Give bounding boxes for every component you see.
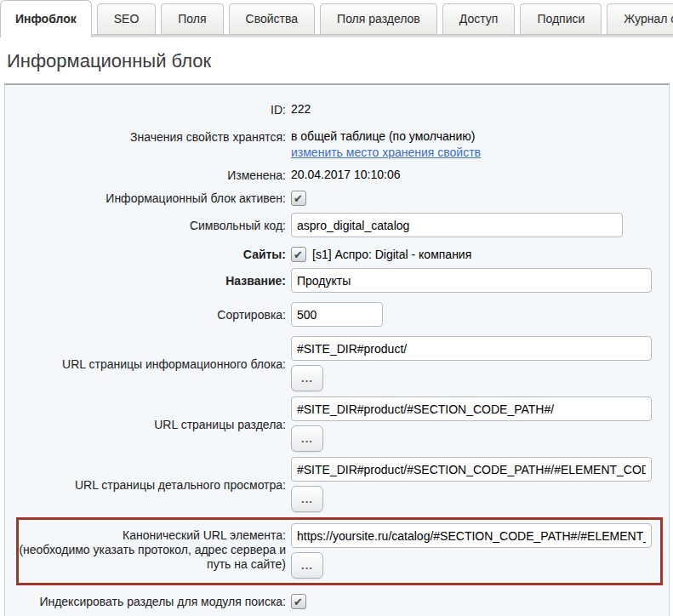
id-label: ID: bbox=[6, 102, 286, 117]
row-section-url: URL страницы раздела: ... bbox=[6, 396, 669, 452]
tab-seo[interactable]: SEO bbox=[97, 3, 157, 35]
infoblock-form-panel: ID: 222 Значения свойств хранятся: в общ… bbox=[4, 83, 670, 616]
canonical-url-highlight-box: Канонический URL элемента: (необходимо у… bbox=[16, 517, 663, 585]
property-storage-label: Значения свойств хранятся: bbox=[6, 129, 286, 160]
row-code: Символьный код: bbox=[6, 213, 669, 237]
sort-input[interactable] bbox=[291, 302, 383, 327]
row-modified: Изменена: 20.04.2017 10:10:06 bbox=[6, 168, 669, 183]
active-checkbox[interactable] bbox=[291, 191, 306, 206]
site-s1-label: [s1] Аспро: Digital - компания bbox=[312, 248, 471, 262]
row-detail-url: URL страницы детального просмотра: ... bbox=[6, 457, 669, 512]
site-s1-checkbox[interactable] bbox=[291, 247, 306, 262]
detail-url-input[interactable] bbox=[291, 457, 652, 482]
name-label: Название: bbox=[6, 268, 286, 293]
property-storage-value: в общей таблице (по умолчанию) bbox=[291, 129, 481, 144]
section-url-label: URL страницы раздела: bbox=[6, 417, 286, 432]
section-url-browse-button[interactable]: ... bbox=[291, 425, 323, 452]
tab-properties[interactable]: Свойства bbox=[229, 3, 315, 35]
tab-captions[interactable]: Подписи bbox=[520, 3, 602, 35]
section-url-input[interactable] bbox=[291, 396, 652, 421]
sites-label: Сайты: bbox=[6, 248, 286, 262]
code-label: Символьный код: bbox=[6, 213, 286, 237]
row-list-url: URL страницы информационного блока: ... bbox=[6, 336, 669, 391]
modified-value: 20.04.2017 10:10:06 bbox=[291, 168, 400, 183]
modified-label: Изменена: bbox=[6, 168, 286, 183]
change-storage-link[interactable]: изменить место хранения свойств bbox=[291, 145, 481, 159]
row-property-storage: Значения свойств хранятся: в общей табли… bbox=[6, 129, 669, 160]
canonical-url-note: (необходимо указать протокол, адрес серв… bbox=[19, 543, 286, 572]
row-index-sections: Индексировать разделы для модуля поиска: bbox=[6, 594, 669, 609]
detail-url-browse-button[interactable]: ... bbox=[291, 486, 323, 512]
row-id: ID: 222 bbox=[6, 102, 669, 117]
page-title: Информационный блок bbox=[7, 50, 673, 72]
row-canonical-url: Канонический URL элемента: (необходимо у… bbox=[19, 523, 660, 579]
tab-section-fields[interactable]: Поля разделов bbox=[320, 3, 437, 35]
canonical-url-browse-button[interactable]: ... bbox=[291, 552, 323, 579]
tab-infoblock[interactable]: Инфоблок bbox=[0, 0, 92, 37]
tab-access[interactable]: Доступ bbox=[442, 3, 516, 35]
tab-fields[interactable]: Поля bbox=[161, 3, 223, 35]
index-sections-checkbox[interactable] bbox=[291, 594, 306, 609]
row-sites: Сайты: [s1] Аспро: Digital - компания bbox=[6, 247, 669, 262]
canonical-url-label: Канонический URL элемента: bbox=[19, 528, 286, 543]
index-sections-label: Индексировать разделы для модуля поиска: bbox=[6, 595, 286, 609]
code-input[interactable] bbox=[291, 213, 623, 237]
row-sort: Сортировка: bbox=[6, 302, 669, 327]
detail-url-label: URL страницы детального просмотра: bbox=[6, 477, 286, 493]
row-name: Название: bbox=[6, 268, 669, 293]
row-active: Информационный блок активен: bbox=[6, 191, 669, 206]
name-input[interactable] bbox=[291, 268, 652, 293]
id-value: 222 bbox=[291, 102, 311, 117]
canonical-url-input[interactable] bbox=[291, 523, 652, 548]
list-url-browse-button[interactable]: ... bbox=[291, 365, 323, 391]
active-label: Информационный блок активен: bbox=[6, 191, 286, 206]
list-url-input[interactable] bbox=[291, 336, 652, 361]
tab-bar: Инфоблок SEO Поля Свойства Поля разделов… bbox=[0, 0, 673, 37]
tab-event-log[interactable]: Журнал событий bbox=[607, 3, 673, 35]
list-url-label: URL страницы информационного блока: bbox=[6, 356, 286, 372]
sort-label: Сортировка: bbox=[6, 302, 286, 327]
